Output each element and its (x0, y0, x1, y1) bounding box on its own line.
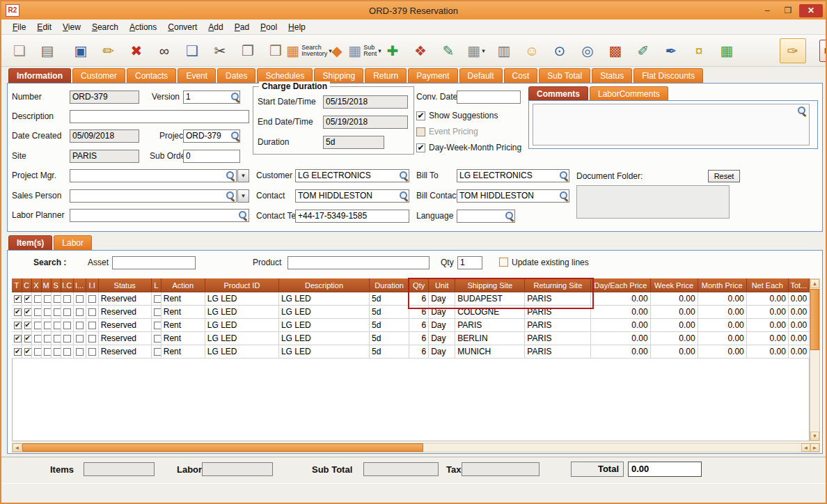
row-checkbox[interactable] (154, 335, 162, 342)
column-header-x[interactable]: X (31, 278, 41, 292)
column-header-i-c[interactable]: I.C (61, 278, 73, 292)
cell-action[interactable]: Rent (161, 306, 205, 319)
cell-i[interactable] (73, 292, 86, 306)
cell-tot[interactable]: 0.00 (788, 306, 809, 319)
cell-status[interactable]: Reserved (98, 319, 151, 332)
cell-unit[interactable]: Day (429, 319, 455, 332)
project-mgr-dropdown[interactable]: ▼ (237, 169, 249, 182)
tab-labor[interactable]: Labor (54, 235, 92, 250)
row-checkbox[interactable] (14, 322, 22, 329)
menu-item-convert[interactable]: Convert (162, 20, 203, 34)
row-checkbox[interactable] (76, 335, 84, 342)
scroll-left-icon[interactable]: ◄ (13, 443, 22, 452)
sales-person-dropdown[interactable]: ▼ (237, 189, 249, 203)
cell-t[interactable] (12, 319, 22, 332)
dropdown-caret-icon[interactable]: ▾ (482, 47, 485, 54)
cell-i[interactable] (73, 345, 86, 359)
cell-s[interactable] (51, 332, 61, 345)
cell-duration[interactable]: 5d (370, 319, 409, 332)
batch-print-icon[interactable]: ▥ (491, 38, 517, 63)
tab-event[interactable]: Event (178, 68, 216, 83)
cell-m[interactable] (41, 332, 51, 345)
end-date-field[interactable]: 05/19/2018 (323, 116, 408, 129)
tab-contacts[interactable]: Contacts (127, 68, 176, 83)
cell-t[interactable] (12, 332, 22, 345)
cell-description[interactable]: LG LED (278, 332, 369, 345)
cell-m[interactable] (41, 306, 51, 319)
menu-item-edit[interactable]: Edit (31, 20, 57, 34)
paste-icon[interactable]: ❒ (262, 38, 289, 63)
row-checkbox[interactable] (88, 295, 96, 303)
scroll-left-end-icon[interactable]: ◄ (801, 443, 810, 452)
language-search-icon[interactable] (504, 211, 514, 221)
row-checkbox[interactable] (14, 335, 22, 342)
bill-to-field[interactable]: LG ELECTRONICS (457, 169, 569, 182)
row-checkbox[interactable] (34, 322, 42, 329)
table-row[interactable]: ReservedRentLG LEDLG LED5d6DayCOLOGNEPAR… (12, 306, 810, 319)
cell-duration[interactable]: 5d (370, 345, 409, 359)
save-icon[interactable]: ▣ (68, 38, 94, 63)
row-checkbox[interactable] (154, 322, 162, 329)
cell-unit[interactable]: Day (429, 332, 455, 345)
cell-month-price[interactable]: 0.00 (698, 306, 746, 319)
new-document-icon[interactable]: ❏ (6, 38, 33, 63)
cell-day-each-price[interactable]: 0.00 (591, 306, 650, 319)
cell-l[interactable] (151, 306, 161, 319)
search-inventory-button[interactable]: ▦Search Inventory▾ (296, 38, 322, 63)
column-header-tot[interactable]: Tot... (788, 278, 809, 292)
update-existing-checkbox[interactable] (499, 258, 508, 267)
title-bar[interactable]: R2 ORD-379 Reservation – ❐ ✕ (1, 1, 826, 19)
column-header-duration[interactable]: Duration (370, 278, 409, 292)
row-checkbox[interactable] (24, 322, 32, 329)
tab-information[interactable]: Information (8, 68, 71, 83)
column-header-status[interactable]: Status (98, 278, 151, 292)
add-icon[interactable]: ✚ (379, 38, 406, 63)
copy-icon[interactable]: ❐ (235, 38, 261, 63)
cell-status[interactable]: Reserved (98, 345, 151, 359)
table-row[interactable]: ReservedRentLG LEDLG LED5d6DayMUNICHPARI… (12, 345, 810, 359)
binoculars-icon[interactable]: ∞ (151, 38, 178, 63)
column-header-t[interactable]: T (12, 278, 22, 292)
cell-unit[interactable]: Day (429, 345, 455, 359)
minimize-button[interactable]: – (757, 4, 777, 17)
cell-returning-site[interactable]: PARIS (525, 319, 591, 332)
row-checkbox[interactable] (14, 348, 22, 356)
column-header-description[interactable]: Description (278, 278, 369, 292)
cell-x[interactable] (31, 332, 41, 345)
cell-description[interactable]: LG LED (278, 319, 369, 332)
row-checkbox[interactable] (63, 322, 71, 329)
cell-week-price[interactable]: 0.00 (650, 332, 698, 345)
cell-i-c[interactable] (61, 319, 73, 332)
vertical-scroll-thumb[interactable] (810, 289, 819, 350)
row-checkbox[interactable] (54, 295, 61, 303)
cell-net-each[interactable]: 0.00 (746, 332, 788, 345)
cell-t[interactable] (12, 345, 22, 359)
cell-x[interactable] (31, 319, 41, 332)
menu-item-actions[interactable]: Actions (124, 20, 162, 34)
column-header-l[interactable]: L (151, 278, 161, 292)
table-row[interactable]: ReservedRentLG LEDLG LED5d6DayPARISPARIS… (12, 319, 810, 332)
print-icon[interactable]: ▤ (34, 38, 61, 63)
cell-returning-site[interactable]: PARIS (525, 332, 591, 345)
row-checkbox[interactable] (88, 348, 96, 356)
ink-drop-icon[interactable]: ◆ (324, 38, 350, 63)
cell-tot[interactable]: 0.00 (788, 292, 809, 306)
note-edit-icon[interactable]: ✎ (435, 38, 462, 63)
cell-i-i[interactable] (86, 306, 98, 319)
cut-icon[interactable]: ✂ (207, 38, 233, 63)
customer-search-icon[interactable] (398, 171, 409, 181)
cell-unit[interactable]: Day (429, 306, 455, 319)
document-folder-area[interactable] (576, 185, 730, 219)
cell-i[interactable] (73, 319, 86, 332)
cell-i-c[interactable] (61, 306, 73, 319)
description-field[interactable] (70, 110, 249, 123)
cell-action[interactable]: Rent (161, 332, 205, 345)
horizontal-scroll-thumb[interactable] (22, 443, 423, 452)
cell-net-each[interactable]: 0.00 (746, 319, 788, 332)
cash-icon[interactable]: ¤ (686, 38, 712, 63)
cell-net-each[interactable]: 0.00 (746, 306, 788, 319)
row-checkbox[interactable] (14, 295, 22, 303)
tab-customer[interactable]: Customer (72, 68, 125, 83)
reset-button[interactable]: Reset (708, 170, 740, 182)
smiley-icon[interactable]: ☺ (519, 38, 545, 63)
